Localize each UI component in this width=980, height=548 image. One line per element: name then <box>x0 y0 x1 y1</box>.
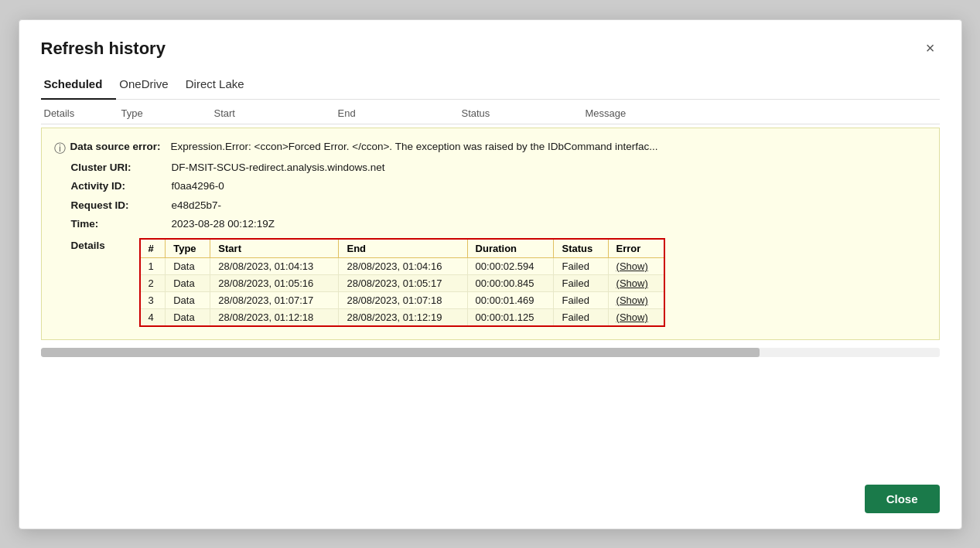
info-icon: ⓘ <box>54 140 66 158</box>
cell-end: 28/08/2023, 01:12:19 <box>339 309 467 327</box>
cluster-uri-value: DF-MSIT-SCUS-redirect.analysis.windows.n… <box>172 160 385 175</box>
tab-direct-lake[interactable]: Direct Lake <box>183 71 258 100</box>
cell-num: 4 <box>140 309 166 327</box>
data-source-error-value: Expression.Error: <ccon>Forced Error. </… <box>171 139 658 155</box>
cell-start: 28/08/2023, 01:04:13 <box>210 258 339 275</box>
cell-type: Data <box>166 258 210 275</box>
request-id-row: Request ID: e48d25b7- <box>71 198 927 213</box>
table-row: 2 Data 28/08/2023, 01:05:16 28/08/2023, … <box>140 275 664 292</box>
cell-type: Data <box>166 275 210 292</box>
col-message: Message <box>582 107 940 119</box>
inner-col-start: Start <box>210 239 339 258</box>
request-id-value: e48d25b7- <box>172 198 222 213</box>
cell-num: 3 <box>140 292 166 309</box>
tab-bar: Scheduled OneDrive Direct Lake <box>41 71 940 100</box>
inner-col-error: Error <box>608 239 664 258</box>
cell-status: Failed <box>554 292 608 309</box>
inner-col-type: Type <box>166 239 210 258</box>
dialog-title: Refresh history <box>41 39 166 59</box>
cell-error[interactable]: (Show) <box>608 275 664 292</box>
cell-start: 28/08/2023, 01:07:17 <box>210 292 339 309</box>
show-error-link[interactable]: (Show) <box>616 277 648 289</box>
inner-col-end: End <box>339 239 467 258</box>
cell-start: 28/08/2023, 01:05:16 <box>210 275 339 292</box>
col-start: Start <box>211 107 335 119</box>
col-end: End <box>335 107 459 119</box>
request-id-label: Request ID: <box>71 198 172 213</box>
error-panel: ⓘ Data source error: Expression.Error: <… <box>41 128 940 341</box>
table-row: 3 Data 28/08/2023, 01:07:17 28/08/2023, … <box>140 292 664 309</box>
show-error-link[interactable]: (Show) <box>616 294 648 306</box>
cell-error[interactable]: (Show) <box>608 309 664 327</box>
cell-end: 28/08/2023, 01:05:17 <box>339 275 467 292</box>
show-error-link[interactable]: (Show) <box>616 260 648 272</box>
cell-status: Failed <box>554 275 608 292</box>
horizontal-scrollbar[interactable] <box>41 348 940 357</box>
data-source-error-row: ⓘ Data source error: Expression.Error: <… <box>54 139 927 158</box>
activity-id-label: Activity ID: <box>71 179 172 194</box>
cell-duration: 00:00:00.845 <box>467 275 554 292</box>
inner-table-wrapper: Details # Type Start End Duration Status… <box>54 238 927 327</box>
dialog-header: Refresh history × <box>41 39 940 59</box>
time-row: Time: 2023-08-28 00:12:19Z <box>71 216 927 232</box>
cell-start: 28/08/2023, 01:12:18 <box>210 309 339 327</box>
cell-duration: 00:00:01.469 <box>467 292 554 309</box>
table-header: Details Type Start End Status Message <box>41 100 940 124</box>
details-label: Details <box>71 238 133 327</box>
table-row: 4 Data 28/08/2023, 01:12:18 28/08/2023, … <box>140 309 664 327</box>
table-row: 1 Data 28/08/2023, 01:04:13 28/08/2023, … <box>140 258 664 275</box>
inner-table-header-row: # Type Start End Duration Status Error <box>140 239 664 258</box>
col-status: Status <box>459 107 582 119</box>
show-error-link[interactable]: (Show) <box>616 311 648 323</box>
data-source-error-label: Data source error: <box>70 139 171 155</box>
cell-type: Data <box>166 309 210 327</box>
col-type: Type <box>118 107 211 119</box>
content-area: ⓘ Data source error: Expression.Error: <… <box>41 124 940 471</box>
refresh-history-dialog: Refresh history × Scheduled OneDrive Dir… <box>19 19 962 529</box>
cell-duration: 00:00:01.125 <box>467 309 554 327</box>
activity-id-value: f0aa4296-0 <box>172 179 224 194</box>
activity-id-row: Activity ID: f0aa4296-0 <box>71 179 927 194</box>
time-value: 2023-08-28 00:12:19Z <box>172 216 275 232</box>
cell-num: 2 <box>140 275 166 292</box>
cell-type: Data <box>166 292 210 309</box>
tab-scheduled[interactable]: Scheduled <box>41 71 117 100</box>
inner-table: # Type Start End Duration Status Error 1… <box>139 238 665 327</box>
cluster-uri-row: Cluster URI: DF-MSIT-SCUS-redirect.analy… <box>71 160 927 175</box>
time-label: Time: <box>71 216 172 232</box>
cell-status: Failed <box>554 258 608 275</box>
dialog-footer: Close <box>41 485 940 513</box>
col-details: Details <box>41 107 118 119</box>
cell-error[interactable]: (Show) <box>608 258 664 275</box>
cell-num: 1 <box>140 258 166 275</box>
cell-status: Failed <box>554 309 608 327</box>
horizontal-scrollbar-thumb[interactable] <box>41 348 760 357</box>
cell-end: 28/08/2023, 01:04:16 <box>339 258 467 275</box>
close-button[interactable]: Close <box>865 485 940 513</box>
inner-col-status: Status <box>554 239 608 258</box>
cell-end: 28/08/2023, 01:07:18 <box>339 292 467 309</box>
close-icon-button[interactable]: × <box>921 39 940 57</box>
cluster-uri-label: Cluster URI: <box>71 160 172 175</box>
inner-col-duration: Duration <box>467 239 554 258</box>
cell-duration: 00:00:02.594 <box>467 258 554 275</box>
inner-col-num: # <box>140 239 166 258</box>
cell-error[interactable]: (Show) <box>608 292 664 309</box>
tab-onedrive[interactable]: OneDrive <box>116 71 182 100</box>
